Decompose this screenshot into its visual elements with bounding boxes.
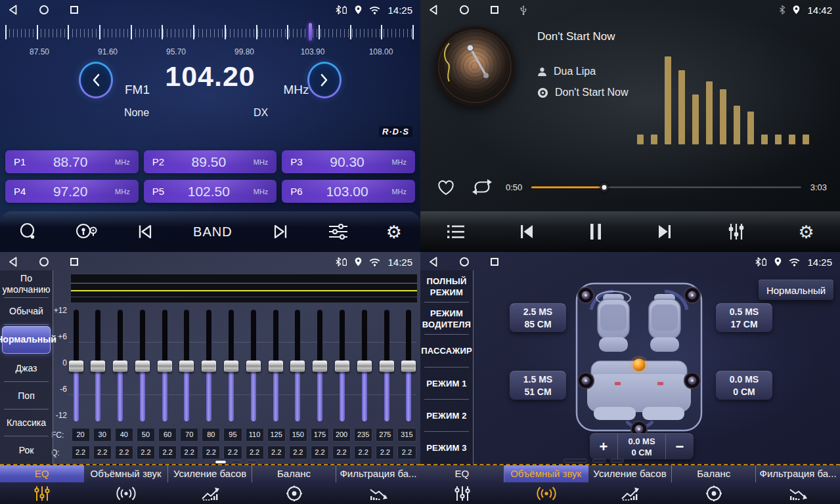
fc-value[interactable]: 95 xyxy=(223,428,242,442)
q-value[interactable]: 2.2 xyxy=(158,446,177,459)
nav-recents-icon[interactable] xyxy=(491,258,498,266)
fc-value[interactable]: 315 xyxy=(397,428,416,442)
nav-back-icon[interactable] xyxy=(8,257,18,267)
eq-band-slider[interactable] xyxy=(335,310,350,423)
nav-recents-icon[interactable] xyxy=(491,6,498,14)
slider-thumb[interactable] xyxy=(246,361,261,372)
q-value[interactable]: 2.2 xyxy=(397,446,416,459)
slider-thumb[interactable] xyxy=(113,361,127,372)
slider-thumb[interactable] xyxy=(401,361,416,372)
eq-band-slider[interactable] xyxy=(313,310,328,423)
settings-gear-button[interactable]: ⚙ xyxy=(384,220,405,243)
seek-bar[interactable] xyxy=(531,182,801,192)
q-value[interactable]: 2.2 xyxy=(376,446,394,459)
eq-preset-rock[interactable]: Рок xyxy=(0,436,53,464)
eq-band-slider[interactable] xyxy=(290,310,305,423)
delay-front-left-button[interactable]: 2.5 MS85 CM xyxy=(510,303,566,332)
sound-preset-button[interactable]: Нормальный xyxy=(759,280,833,300)
nav-home-icon[interactable] xyxy=(460,257,469,266)
eq-band-slider[interactable] xyxy=(68,310,83,423)
q-value[interactable]: 2.2 xyxy=(246,446,264,459)
eq-band-slider[interactable] xyxy=(135,310,150,423)
nav-recents-icon[interactable] xyxy=(70,6,78,14)
slider-thumb[interactable] xyxy=(158,361,172,372)
delay-increase-button[interactable]: + xyxy=(590,434,617,459)
preset-button-p1[interactable]: P188.70MHz xyxy=(5,150,139,173)
page-dot[interactable] xyxy=(592,459,606,463)
q-value[interactable]: 2.2 xyxy=(180,446,198,459)
scan-button[interactable] xyxy=(16,219,41,244)
dial-pointer[interactable] xyxy=(309,23,312,41)
page-dot[interactable] xyxy=(215,461,226,463)
tab-eq[interactable]: EQ xyxy=(0,465,84,504)
fc-value[interactable]: 20 xyxy=(72,428,90,442)
eq-band-slider[interactable] xyxy=(113,310,128,423)
mode-3[interactable]: РЕЖИМ 3 xyxy=(420,432,473,464)
pause-button[interactable] xyxy=(585,220,606,243)
fc-value[interactable]: 70 xyxy=(180,428,198,442)
preset-button-p4[interactable]: P497.20MHz xyxy=(5,180,139,203)
fc-value[interactable]: 110 xyxy=(246,428,264,442)
mode-passenger[interactable]: ПАССАЖИР xyxy=(420,335,473,367)
eq-band-slider[interactable] xyxy=(357,310,372,423)
delay-front-right-button[interactable]: 0.5 MS17 CM xyxy=(716,303,772,332)
eq-preset-pop[interactable]: Поп xyxy=(0,382,53,410)
eq-band-slider[interactable] xyxy=(157,310,172,423)
q-value[interactable]: 2.2 xyxy=(223,446,242,459)
equalizer-button[interactable] xyxy=(723,220,749,243)
q-value[interactable]: 2.2 xyxy=(332,446,351,459)
eq-preset-classic[interactable]: Классика xyxy=(0,410,53,437)
fc-value[interactable]: 175 xyxy=(311,428,329,442)
slider-thumb[interactable] xyxy=(269,361,283,372)
nav-home-icon[interactable] xyxy=(39,257,49,266)
mode-full[interactable]: ПОЛНЫЙ РЕЖИМ xyxy=(420,270,473,303)
slider-thumb[interactable] xyxy=(335,361,349,372)
audio-settings-button[interactable] xyxy=(324,219,352,244)
nav-home-icon[interactable] xyxy=(39,5,49,14)
fc-value[interactable]: 150 xyxy=(289,428,307,442)
eq-band-slider[interactable] xyxy=(202,310,217,423)
preset-button-p3[interactable]: P390.30MHz xyxy=(282,150,415,173)
favorite-button[interactable] xyxy=(436,178,456,196)
band-button[interactable]: BAND xyxy=(189,224,236,240)
slider-thumb[interactable] xyxy=(179,361,194,372)
next-track-button[interactable] xyxy=(653,220,676,243)
q-value[interactable]: 2.2 xyxy=(202,446,220,459)
page-dot[interactable] xyxy=(231,461,242,463)
tune-up-button[interactable] xyxy=(307,62,342,98)
nav-recents-icon[interactable] xyxy=(70,258,78,266)
slider-thumb[interactable] xyxy=(357,361,372,372)
tab-eq[interactable]: EQ xyxy=(420,465,504,504)
eq-preset-custom[interactable]: Обычай xyxy=(0,298,53,326)
eq-band-slider[interactable] xyxy=(246,310,261,423)
tab-balance[interactable]: Баланс xyxy=(252,465,336,504)
frequency-dial[interactable]: 87.50 91.60 95.70 99.80 103.90 108.00 xyxy=(0,20,420,56)
slider-thumb[interactable] xyxy=(91,361,105,372)
preset-button-p5[interactable]: P5102.50MHz xyxy=(144,180,277,203)
preset-button-p6[interactable]: P6103.00MHz xyxy=(282,180,415,203)
previous-station-button[interactable] xyxy=(133,220,158,243)
q-value[interactable]: 2.2 xyxy=(93,446,112,459)
tab-bass-boost[interactable]: Усиление басов xyxy=(168,465,252,504)
fc-value[interactable]: 60 xyxy=(158,428,177,442)
eq-preset-jazz[interactable]: Джаз xyxy=(0,355,53,383)
slider-thumb[interactable] xyxy=(224,361,238,372)
slider-thumb[interactable] xyxy=(135,361,150,372)
eq-preset-default[interactable]: По умолчанию xyxy=(0,270,53,298)
nav-back-icon[interactable] xyxy=(428,257,438,267)
q-value[interactable]: 2.2 xyxy=(115,446,133,459)
page-dot[interactable] xyxy=(247,461,257,463)
fc-value[interactable]: 125 xyxy=(267,428,286,442)
slider-thumb[interactable] xyxy=(69,361,83,372)
eq-band-slider[interactable] xyxy=(268,310,283,423)
eq-preset-normal[interactable]: Нормальный xyxy=(2,326,51,354)
q-value[interactable]: 2.2 xyxy=(354,446,372,459)
tab-filter[interactable]: Фильтрация ба... xyxy=(756,465,840,504)
eq-band-slider[interactable] xyxy=(401,310,416,423)
eq-band-slider[interactable] xyxy=(224,310,239,423)
mode-driver[interactable]: РЕЖИМ ВОДИТЕЛЯ xyxy=(420,303,473,335)
page-dot[interactable] xyxy=(564,459,587,463)
page-dot[interactable] xyxy=(611,459,624,463)
fc-value[interactable]: 235 xyxy=(354,428,372,442)
mode-2[interactable]: РЕЖИМ 2 xyxy=(420,400,473,432)
